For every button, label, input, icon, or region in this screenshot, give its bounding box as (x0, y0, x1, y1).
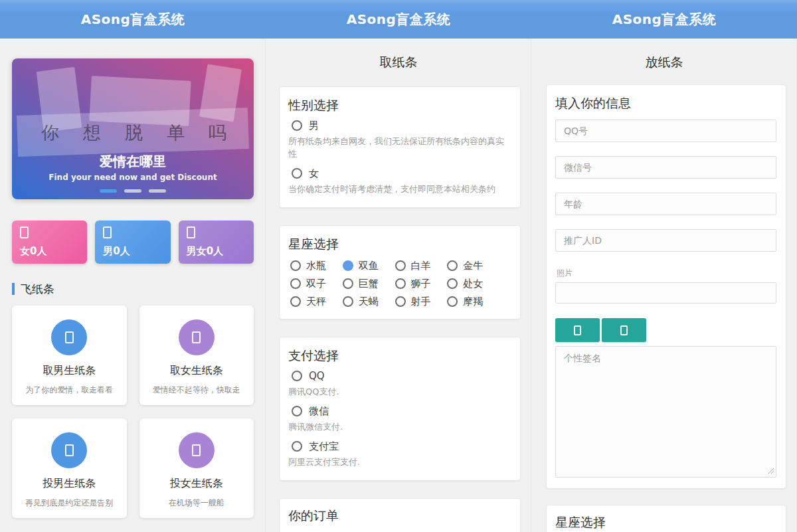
radio-icon[interactable] (343, 296, 353, 307)
radio-icon[interactable] (447, 296, 458, 307)
zodiac-option-libra[interactable]: 天秤 (288, 295, 341, 308)
zodiac-option-sagittarius[interactable]: 射手 (393, 295, 446, 308)
hero-subtitle: Find your need now and get Discount (12, 173, 254, 182)
zodiac-option-gemini[interactable]: 双子 (288, 277, 341, 290)
missing-glyph-icon (192, 444, 201, 456)
stat-card-both: 男女0人 (179, 221, 254, 264)
radio-icon[interactable] (292, 406, 302, 416)
option-label[interactable]: 双鱼 (359, 260, 379, 272)
option-label[interactable]: 射手 (411, 296, 431, 308)
option-label[interactable]: 摩羯 (463, 296, 483, 308)
card-put-male-note[interactable]: 投男生纸条 再见到底是约定还是告别 (12, 418, 127, 518)
zodiac-option-virgo[interactable]: 处女 (445, 277, 497, 290)
carousel-dot[interactable] (149, 189, 166, 193)
zodiac-option-scorpio[interactable]: 天蝎 (341, 295, 393, 308)
card-title: 支付选择 (288, 348, 511, 363)
card-title: 取男生纸条 (12, 364, 127, 377)
option-note: 腾讯QQ支付. (288, 385, 511, 398)
album-upload-button[interactable] (602, 318, 646, 342)
radio-icon[interactable] (290, 260, 301, 271)
app-header: ASong盲盒系统 (266, 0, 531, 39)
radio-icon[interactable] (395, 278, 406, 289)
option-label[interactable]: 微信 (309, 405, 329, 418)
qq-number-input[interactable] (555, 120, 776, 142)
carousel-dot[interactable] (124, 189, 141, 193)
option-label[interactable]: 白羊 (411, 260, 431, 272)
gender-option-male[interactable]: 男 (288, 119, 511, 132)
radio-icon[interactable] (290, 296, 301, 307)
card-take-female-note[interactable]: 取女生纸条 爱情经不起等待，快取走 (139, 306, 254, 405)
radio-icon[interactable] (292, 371, 302, 381)
radio-icon[interactable] (292, 441, 302, 452)
zodiac-option-aquarius[interactable]: 水瓶 (288, 259, 341, 272)
radio-icon[interactable] (395, 296, 406, 307)
payment-option-wechat[interactable]: 微信 (288, 404, 511, 418)
missing-glyph-icon (192, 331, 201, 343)
app-header: ASong盲盒系统 (531, 0, 797, 39)
panel-home: ASong盲盒系统 你想脱单吗 爱情在哪里 Find your need now… (0, 0, 266, 532)
option-label[interactable]: 处女 (463, 278, 483, 290)
stats-row: 女0人 男0人 男女0人 (12, 221, 254, 264)
option-label[interactable]: 金牛 (463, 260, 483, 272)
card-take-male-note[interactable]: 取男生纸条 为了你的爱情，取走看看 (12, 306, 127, 405)
option-label[interactable]: 狮子 (411, 278, 431, 290)
photo-input[interactable] (555, 282, 776, 304)
radio-icon[interactable] (447, 260, 458, 271)
hero-photo-text: 你想脱单吗 (41, 121, 250, 145)
radio-icon[interactable] (343, 260, 353, 271)
radio-icon[interactable] (395, 260, 406, 271)
option-note: 腾讯微信支付. (288, 420, 511, 433)
card-subtitle: 爱情经不起等待，快取走 (139, 385, 254, 396)
app-title: ASong盲盒系统 (347, 11, 451, 29)
card-title: 投女生纸条 (139, 477, 254, 490)
zodiac-option-capricorn[interactable]: 摩羯 (445, 295, 497, 308)
page-title: 取纸条 (266, 56, 531, 68)
option-label[interactable]: 巨蟹 (359, 278, 379, 290)
option-label[interactable]: QQ (309, 370, 325, 382)
card-title: 填入你的信息 (555, 96, 776, 110)
stat-label: 男女0人 (187, 245, 246, 258)
signature-field-wrap (555, 346, 776, 478)
gender-select-card: 性别选择 男 所有纸条均来自网友，我们无法保证所有纸条内容的真实性 女 当你确定… (279, 86, 521, 208)
panel-put-note: ASong盲盒系统 放纸条 填入你的信息 照片 星座选择 (531, 0, 797, 532)
camera-upload-button[interactable] (555, 318, 600, 342)
option-label[interactable]: 男 (309, 120, 319, 132)
carousel-dot[interactable] (100, 189, 117, 193)
panel-take-note: ASong盲盒系统 取纸条 性别选择 男 所有纸条均来自网友，我们无法保证所有纸… (266, 0, 531, 532)
card-put-female-note[interactable]: 投女生纸条 在机场等一艘船 (139, 418, 254, 518)
radio-icon[interactable] (292, 168, 302, 179)
option-label[interactable]: 双子 (306, 278, 326, 290)
payment-option-qq[interactable]: QQ (288, 369, 511, 383)
payment-option-alipay[interactable]: 支付宝 (288, 440, 511, 453)
zodiac-option-leo[interactable]: 狮子 (393, 277, 446, 290)
missing-glyph-icon (620, 325, 628, 335)
hero-carousel[interactable]: 你想脱单吗 爱情在哪里 Find your need now and get D… (12, 58, 254, 199)
missing-glyph-icon (65, 331, 74, 343)
option-label[interactable]: 天秤 (306, 296, 326, 308)
section-accent-bar (12, 283, 15, 295)
payment-select-card: 支付选择 QQ 腾讯QQ支付. 微信 腾讯微信支付. 支付宝 阿里云支付宝支付. (279, 337, 521, 481)
card-title: 投男生纸条 (12, 477, 127, 490)
radio-icon[interactable] (292, 120, 302, 131)
wechat-id-input[interactable] (555, 156, 776, 179)
zodiac-option-taurus[interactable]: 金牛 (445, 259, 497, 272)
option-label[interactable]: 天蝎 (359, 296, 379, 308)
option-label[interactable]: 女 (309, 167, 319, 180)
referrer-id-input[interactable] (555, 229, 776, 252)
missing-glyph-icon (574, 325, 581, 335)
age-input[interactable] (555, 193, 776, 215)
app-title: ASong盲盒系统 (612, 11, 717, 29)
card-title: 取女生纸条 (139, 364, 254, 377)
radio-icon[interactable] (290, 278, 301, 289)
option-label[interactable]: 水瓶 (306, 260, 326, 272)
section-title: 飞纸条 (21, 282, 54, 297)
zodiac-option-aries[interactable]: 白羊 (393, 259, 446, 272)
signature-textarea[interactable] (555, 346, 776, 478)
option-label[interactable]: 支付宝 (309, 440, 339, 453)
zodiac-option-pisces[interactable]: 双鱼 (341, 259, 393, 272)
gender-option-female[interactable]: 女 (288, 167, 511, 180)
zodiac-option-cancer[interactable]: 巨蟹 (341, 277, 393, 290)
radio-icon[interactable] (447, 278, 458, 289)
radio-icon[interactable] (343, 278, 353, 289)
card-title: 星座选择 (288, 236, 511, 251)
